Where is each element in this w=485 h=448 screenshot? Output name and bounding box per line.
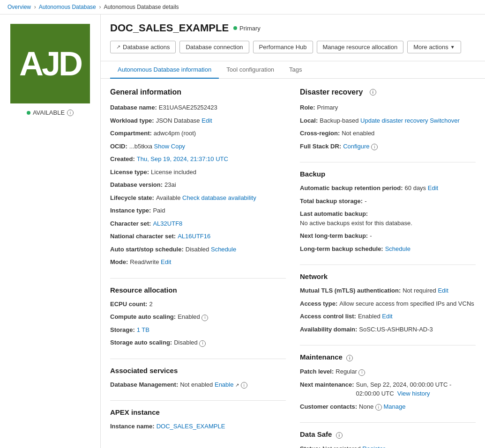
next-maint-history-link[interactable]: View history <box>397 390 430 397</box>
data-safe-info-icon[interactable]: i <box>336 432 343 439</box>
more-actions-button[interactable]: More actions ▼ <box>407 41 461 53</box>
access-type-label: Access type: <box>300 299 337 308</box>
next-maint-label: Next maintenance: <box>300 380 354 389</box>
apex-instance-section: APEX instance Instance name: DOC_SALES_E… <box>110 408 286 431</box>
apex-instance-name-value[interactable]: DOC_SALES_EXAMPLE <box>157 422 225 431</box>
db-title-row: DOC_SALES_EXAMPLE Primary <box>110 22 476 34</box>
dr-full-stack-configure-link[interactable]: Configure <box>343 142 369 151</box>
dr-cross-region-value: Not enabled <box>342 129 374 138</box>
tab-autonomous-db-info[interactable]: Autonomous Database information <box>110 61 219 79</box>
national-charset-value: AL16UTF16 <box>178 232 210 241</box>
breadcrumb-overview[interactable]: Overview <box>7 4 31 10</box>
customer-contacts-row: Customer contacts: None i Manage <box>300 402 476 411</box>
workload-type-label: Workload type: <box>110 116 154 125</box>
maintenance-section: Maintenance i Patch level: Regular i Nex… <box>300 353 476 411</box>
customer-contacts-info-icon[interactable]: i <box>375 404 382 411</box>
check-availability-link[interactable]: Check database availability <box>182 193 256 203</box>
dr-update-link[interactable]: Update disaster recovery <box>360 116 428 125</box>
mtls-edit-link[interactable]: Edit <box>438 286 448 295</box>
auto-start-row: Auto start/stop schedule: Disabled Sched… <box>110 245 286 254</box>
backup-retention-value: 60 days <box>405 184 426 193</box>
status-container: AVAILABLE i <box>27 109 74 116</box>
primary-label: Primary <box>239 25 261 32</box>
more-actions-label: More actions <box>413 44 448 51</box>
compute-scaling-info-icon[interactable]: i <box>201 315 208 321</box>
instance-type-label: Instance type: <box>110 206 151 215</box>
general-info-section: General information Database name: E31UA… <box>110 88 286 267</box>
patch-level-label: Patch level: <box>300 367 334 376</box>
status-info-icon[interactable]: i <box>67 110 74 116</box>
created-label: Created: <box>110 154 135 164</box>
storage-value: 1 TB <box>137 325 149 335</box>
auto-start-schedule-link[interactable]: Schedule <box>211 245 236 254</box>
dr-full-stack-label: Full Stack DR: <box>300 142 341 151</box>
backup-next-longterm-row: Next long-term backup: - <box>300 231 476 241</box>
lifecycle-label: Lifecycle state: <box>110 193 154 203</box>
national-charset-label: National character set: <box>110 232 176 241</box>
db-title: DOC_SALES_EXAMPLE <box>110 22 229 34</box>
external-link-icon: ↗ <box>235 382 239 389</box>
workload-type-row: Workload type: JSON Database Edit <box>110 116 286 125</box>
network-section: Network Mutual TLS (mTLS) authentication… <box>300 272 476 334</box>
data-safe-register-link[interactable]: Register <box>362 444 385 448</box>
dr-full-stack-row: Full Stack DR: Configure i <box>300 142 476 151</box>
db-management-value: Not enabled <box>180 380 213 389</box>
backup-retention-edit-link[interactable]: Edit <box>428 184 438 193</box>
db-version-label: Database version: <box>110 180 163 190</box>
acl-edit-link[interactable]: Edit <box>382 312 392 321</box>
db-version-value: 23ai <box>164 180 176 190</box>
maintenance-info-icon[interactable]: i <box>346 355 353 361</box>
workload-type-edit[interactable]: Edit <box>201 116 212 125</box>
created-value: Thu, Sep 19, 2024, 21:37:10 UTC <box>137 154 228 164</box>
dr-role-label: Role: <box>300 103 315 112</box>
mode-label: Mode: <box>110 257 128 267</box>
ocid-label: OCID: <box>110 142 127 151</box>
db-management-info-icon[interactable]: i <box>241 382 247 389</box>
tab-tool-configuration[interactable]: Tool configuration <box>219 61 282 79</box>
backup-last-value: No active backups exist for this databas… <box>300 219 412 228</box>
apex-instance-name-label: Instance name: <box>110 422 155 431</box>
disaster-recovery-info-icon[interactable]: i <box>370 89 376 95</box>
database-actions-button[interactable]: ↗ Database actions <box>110 41 176 53</box>
main-content: DOC_SALES_EXAMPLE Primary ↗ Database act… <box>101 15 485 448</box>
dr-full-stack-info-icon[interactable]: i <box>371 144 378 150</box>
backup-last-row: Last automatic backup: No active backups… <box>300 209 476 228</box>
access-type-row: Access type: Allow secure access from sp… <box>300 299 476 308</box>
performance-hub-label: Performance Hub <box>259 44 307 51</box>
left-column: General information Database name: E31UA… <box>110 88 286 448</box>
db-management-enable-link[interactable]: Enable <box>215 380 233 389</box>
maintenance-title: Maintenance i <box>300 353 476 361</box>
sidebar: AJD AVAILABLE i <box>0 15 101 448</box>
tab-tags[interactable]: Tags <box>282 61 309 79</box>
mode-edit-link[interactable]: Edit <box>161 257 171 267</box>
ecpu-row: ECPU count: 2 <box>110 300 286 309</box>
dr-switchover-link[interactable]: Switchover <box>430 116 460 125</box>
license-value: License included <box>151 168 196 177</box>
compartment-value: adwc4pm (root) <box>154 129 196 138</box>
breadcrumb-autonomous-db[interactable]: Autonomous Database <box>39 4 96 10</box>
backup-total-storage-row: Total backup storage: - <box>300 197 476 206</box>
acl-label: Access control list: <box>300 312 356 321</box>
ocid-show-link[interactable]: Show <box>154 142 170 151</box>
storage-scaling-label: Storage auto scaling: <box>110 338 172 347</box>
storage-scaling-info-icon[interactable]: i <box>199 340 206 347</box>
backup-longterm-schedule-link[interactable]: Schedule <box>385 244 410 254</box>
patch-level-info-icon[interactable]: i <box>358 369 365 376</box>
backup-retention-label: Automatic backup retention period: <box>300 184 403 193</box>
chevron-down-icon: ▼ <box>450 44 455 50</box>
tabs: Autonomous Database information Tool con… <box>101 61 485 79</box>
acl-value: Enabled <box>358 312 381 321</box>
compute-scaling-value: Enabled <box>178 312 200 322</box>
performance-hub-button[interactable]: Performance Hub <box>253 41 313 53</box>
ocid-copy-link[interactable]: Copy <box>171 142 185 151</box>
db-icon-text: AJD <box>19 44 81 83</box>
patch-level-row: Patch level: Regular i <box>300 367 476 376</box>
manage-resource-button[interactable]: Manage resource allocation <box>317 41 404 53</box>
backup-retention-row: Automatic backup retention period: 60 da… <box>300 184 476 193</box>
dr-local-value: Backup-based <box>320 116 358 125</box>
database-connection-button[interactable]: Database connection <box>179 41 249 53</box>
customer-contacts-manage-link[interactable]: Manage <box>383 402 405 411</box>
associated-services-section: Associated services Database Management:… <box>110 367 286 389</box>
mode-value: Read/write <box>130 257 159 267</box>
backup-total-storage-label: Total backup storage: <box>300 197 363 206</box>
